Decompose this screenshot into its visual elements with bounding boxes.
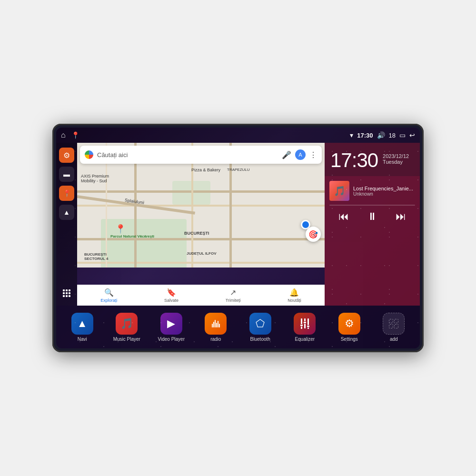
park-label: Parcul Natural Văcărești bbox=[110, 234, 154, 238]
battery-icon: ▭ bbox=[399, 131, 406, 139]
map-label-pizza: Pizza & Bakery bbox=[191, 168, 220, 172]
status-bar-right: ▾ 17:30 🔊 18 ▭ ↩ bbox=[350, 131, 415, 139]
radio-icon bbox=[205, 313, 227, 335]
share-tab-label: Trimiteți bbox=[226, 298, 241, 303]
ilfov-label: JUDEȚUL ILFOV bbox=[187, 251, 217, 256]
back-icon[interactable]: ↩ bbox=[409, 131, 415, 139]
device: ⌂ 📍 ▾ 17:30 🔊 18 ▭ ↩ ⚙ ▬ bbox=[52, 124, 424, 352]
saved-tab-icon: 🔖 bbox=[167, 288, 176, 297]
explore-tab-label: Explorați bbox=[100, 298, 117, 303]
app-settings[interactable]: ⚙ Settings bbox=[335, 313, 364, 342]
music-title: Lost Frequencies_Janie... bbox=[353, 186, 415, 191]
sidebar: ⚙ ▬ 📍 ▲ bbox=[56, 143, 77, 306]
map-tab-saved[interactable]: 🔖 Salvate bbox=[164, 288, 178, 303]
music-widget: 🎵 Lost Frequencies_Janie... Unknown ⏮ ⏸ … bbox=[325, 176, 420, 306]
navi-label: Navi bbox=[78, 337, 87, 342]
settings-app-icon: ⚙ bbox=[338, 313, 360, 335]
status-bar: ⌂ 📍 ▾ 17:30 🔊 18 ▭ ↩ bbox=[56, 128, 420, 143]
map-search-bar[interactable]: Căutați aici 🎤 A ⋮ bbox=[80, 146, 322, 164]
video-player-label: Video Player bbox=[158, 337, 185, 342]
music-artist: Unknown bbox=[353, 191, 415, 197]
map-settings-icon[interactable]: ⋮ bbox=[309, 150, 317, 159]
settings-icon: ⚙ bbox=[63, 151, 70, 160]
music-progress-bar[interactable] bbox=[329, 205, 415, 206]
clock-date: 2023/12/12 bbox=[383, 153, 409, 159]
equalizer-label: Equalizer bbox=[295, 337, 315, 342]
next-button[interactable]: ⏭ bbox=[396, 210, 406, 223]
sidebar-nav-btn[interactable]: ▲ bbox=[59, 205, 74, 220]
wifi-icon: ▾ bbox=[350, 131, 353, 139]
park-marker: 📍 bbox=[115, 224, 126, 234]
saved-tab-label: Salvate bbox=[164, 298, 178, 303]
add-icon bbox=[383, 313, 405, 335]
recenter-button[interactable]: 🎯 bbox=[306, 227, 321, 242]
music-player-icon: 🎵 bbox=[116, 313, 138, 335]
news-tab-label: Noutăți bbox=[288, 298, 301, 303]
nav-icon: ▲ bbox=[63, 208, 70, 216]
files-icon: ▬ bbox=[63, 170, 70, 178]
news-tab-icon: 🔔 bbox=[289, 288, 299, 297]
status-time: 17:30 bbox=[357, 132, 373, 139]
map-tab-news[interactable]: 🔔 Noutăți bbox=[288, 288, 301, 303]
settings-app-label: Settings bbox=[341, 337, 358, 342]
map-pin-icon: 📍 bbox=[63, 189, 71, 197]
app-grid-row: ▲ Navi 🎵 Music Player ▶ Video Player bbox=[56, 306, 420, 348]
device-screen: ⌂ 📍 ▾ 17:30 🔊 18 ▭ ↩ ⚙ ▬ bbox=[56, 128, 420, 348]
sidebar-files-btn[interactable]: ▬ bbox=[59, 167, 74, 182]
app-add[interactable]: add bbox=[379, 313, 408, 342]
main-content: ⚙ ▬ 📍 ▲ bbox=[56, 143, 420, 306]
pause-button[interactable]: ⏸ bbox=[367, 210, 377, 223]
radio-label: radio bbox=[210, 337, 221, 342]
equalizer-icon bbox=[294, 313, 316, 335]
explore-tab-icon: 🔍 bbox=[104, 288, 114, 297]
app-music-player[interactable]: 🎵 Music Player bbox=[112, 313, 141, 342]
google-logo bbox=[85, 150, 93, 159]
bluetooth-icon: ⬠ bbox=[249, 313, 271, 335]
music-now-playing: 🎵 Lost Frequencies_Janie... Unknown bbox=[329, 181, 415, 201]
map-bottom-tabs: 🔍 Explorați 🔖 Salvate ↗ Trimiteți 🔔 Nout… bbox=[77, 285, 325, 306]
prev-button[interactable]: ⏮ bbox=[338, 210, 349, 223]
album-art: 🎵 bbox=[329, 181, 349, 201]
volume-icon: 🔊 bbox=[377, 131, 385, 139]
navi-icon: ▲ bbox=[71, 313, 93, 335]
sidebar-settings-btn[interactable]: ⚙ bbox=[59, 148, 74, 163]
sidebar-maps-btn[interactable]: 📍 bbox=[59, 186, 74, 201]
app-radio[interactable]: radio bbox=[201, 313, 230, 342]
app-video-player[interactable]: ▶ Video Player bbox=[157, 313, 186, 342]
add-label: add bbox=[390, 337, 398, 342]
map-container[interactable]: Căutați aici 🎤 A ⋮ bbox=[77, 143, 325, 268]
map-area: Căutați aici 🎤 A ⋮ bbox=[77, 143, 325, 306]
account-icon[interactable]: A bbox=[295, 149, 306, 160]
home-icon[interactable]: ⌂ bbox=[61, 131, 66, 139]
share-tab-icon: ↗ bbox=[230, 288, 236, 297]
mic-icon[interactable]: 🎤 bbox=[282, 150, 291, 159]
right-panel: 17:30 2023/12/12 Tuesday 🎵 Lost Frequenc… bbox=[325, 143, 420, 306]
clock-widget: 17:30 2023/12/12 Tuesday bbox=[325, 143, 420, 176]
clock-day: Tuesday bbox=[383, 159, 409, 165]
status-bar-left: ⌂ 📍 bbox=[61, 131, 79, 139]
clock-date-info: 2023/12/12 Tuesday bbox=[383, 150, 409, 165]
sidebar-grid-btn[interactable] bbox=[59, 286, 74, 301]
video-player-icon: ▶ bbox=[160, 313, 182, 335]
maps-status-icon[interactable]: 📍 bbox=[71, 131, 79, 139]
map-tab-share[interactable]: ↗ Trimiteți bbox=[226, 288, 241, 303]
battery-level: 18 bbox=[389, 132, 396, 139]
app-bluetooth[interactable]: ⬠ Bluetooth bbox=[246, 313, 275, 342]
bucharest-label: BUCUREȘTI bbox=[184, 231, 209, 236]
sector4-label: BUCUREȘTISECTORUL 4 bbox=[84, 252, 108, 261]
map-background: Căutați aici 🎤 A ⋮ bbox=[77, 143, 325, 268]
music-player-label: Music Player bbox=[113, 337, 140, 342]
music-info: Lost Frequencies_Janie... Unknown bbox=[353, 186, 415, 197]
app-navi[interactable]: ▲ Navi bbox=[68, 313, 97, 342]
grid-icon bbox=[63, 289, 70, 297]
music-controls: ⏮ ⏸ ⏭ bbox=[329, 210, 415, 223]
map-search-input[interactable]: Căutați aici bbox=[97, 151, 278, 159]
map-tab-explore[interactable]: 🔍 Explorați bbox=[100, 288, 117, 303]
bluetooth-label: Bluetooth bbox=[250, 337, 270, 342]
app-equalizer[interactable]: Equalizer bbox=[290, 313, 319, 342]
map-label-axis: AXIS PremiumMobility - Sud bbox=[81, 174, 109, 183]
clock-time: 17:30 bbox=[330, 150, 378, 170]
